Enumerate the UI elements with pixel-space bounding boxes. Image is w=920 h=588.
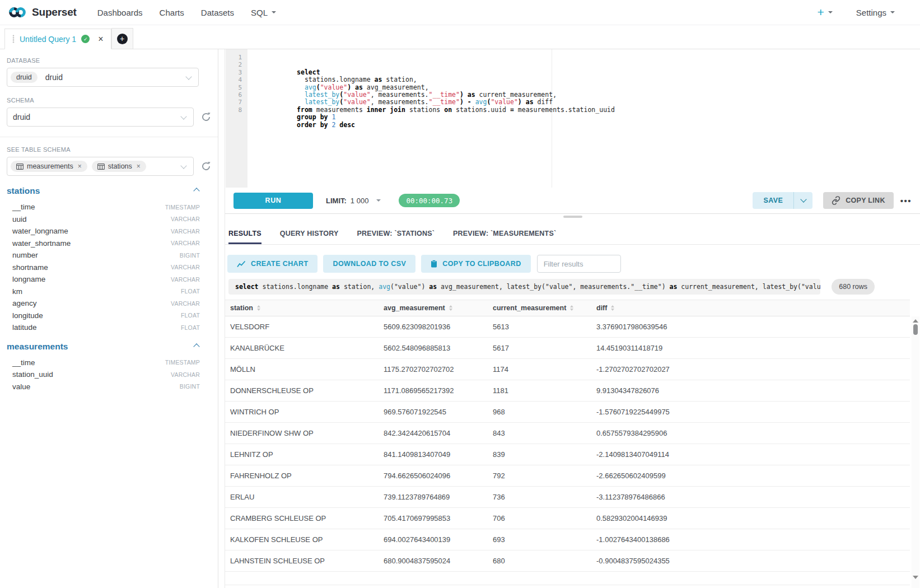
sort-icon[interactable] — [257, 305, 260, 311]
nav-item-dashboards[interactable]: Dashboards — [97, 8, 143, 17]
more-actions-button[interactable]: ••• — [899, 196, 913, 206]
query-preview-row: select stations.longname as station, avg… — [228, 279, 920, 295]
copy-to-clipboard-button[interactable]: COPY TO CLIPBOARD — [421, 255, 530, 273]
cell-avg-measurement: 1171.0869565217392 — [384, 386, 493, 395]
cell-station: CRAMBERG SCHLEUSE OP — [225, 514, 384, 522]
limit-value: 1 000 — [351, 197, 369, 205]
cell-current-measurement: 792 — [493, 472, 596, 480]
chart-icon — [237, 260, 246, 268]
tab-preview-stations[interactable]: PREVIEW: `STATIONS` — [357, 230, 435, 244]
cell-diff: 3.3769017980639546 — [596, 323, 910, 331]
schema-table-header[interactable]: stations — [7, 186, 211, 196]
remove-tag-icon[interactable]: × — [137, 162, 141, 170]
column-type: BIGINT — [180, 252, 200, 259]
schema-select[interactable]: druid — [7, 108, 194, 127]
table-tag-stations[interactable]: stations × — [92, 161, 146, 172]
chevron-up-icon[interactable] — [193, 188, 199, 194]
save-split-button: SAVE — [753, 192, 812, 209]
column-name: agency — [12, 299, 37, 307]
column-header-current-measurement[interactable]: current_measurement — [493, 304, 596, 312]
cell-avg-measurement: 680.9004837595024 — [384, 557, 493, 565]
splitter-handle-icon[interactable] — [563, 216, 582, 218]
scroll-down-icon[interactable] — [913, 576, 918, 579]
limit-dropdown[interactable]: LIMIT: 1 000 — [326, 197, 381, 205]
schema-column-list: __time TIMESTAMP station_uuid VARCHAR va… — [7, 357, 211, 393]
code-line: 1 select — [225, 54, 920, 61]
column-name: uuid — [12, 215, 27, 223]
line-number: 5 — [225, 84, 247, 91]
cell-avg-measurement: 5609.623098201936 — [384, 323, 493, 331]
cell-avg-measurement: 842.3424420615704 — [384, 429, 493, 437]
sort-icon[interactable] — [611, 305, 614, 311]
nav-item-charts[interactable]: Charts — [160, 8, 184, 17]
schema-table-header[interactable]: measurements — [7, 342, 211, 352]
cell-diff: -2.662650602409599 — [596, 472, 910, 480]
filter-results-input[interactable] — [537, 255, 621, 273]
column-type: FLOAT — [181, 312, 200, 319]
download-csv-button[interactable]: DOWNLOAD TO CSV — [323, 255, 415, 273]
plus-icon: + — [117, 34, 128, 44]
column-name: longitude — [12, 311, 43, 320]
column-header-diff[interactable]: diff — [596, 304, 910, 312]
table-row: KANALBRÜCKE 5602.548096885813 5617 14.45… — [225, 338, 910, 359]
code-line: 5 latest_by("value", measurements."__tim… — [225, 84, 920, 91]
query-tab-active[interactable]: Untitled Query 1 ✓ × — [4, 29, 111, 49]
schema-column-row: agency VARCHAR — [7, 297, 211, 310]
column-header-station[interactable]: station — [225, 304, 384, 312]
refresh-tables-icon[interactable] — [201, 161, 211, 171]
table-tag-measurements[interactable]: measurements × — [11, 161, 87, 172]
code-line: 4 latest_by("value", measurements."__tim… — [225, 76, 920, 83]
nav-item-sql[interactable]: SQL — [251, 8, 276, 17]
line-content: from measurements inner join stations on… — [247, 91, 615, 99]
chevron-up-icon[interactable] — [193, 343, 199, 349]
close-tab-icon[interactable]: × — [98, 35, 103, 44]
schema-label: SCHEMA — [7, 97, 211, 104]
cell-avg-measurement: 5602.548096885813 — [384, 344, 493, 352]
scrollbar-thumb[interactable] — [913, 324, 918, 335]
schema-column-row: __time TIMESTAMP — [7, 201, 211, 213]
schema-column-list: __time TIMESTAMP uuid VARCHAR water_long… — [7, 201, 211, 334]
code-line: 7 group by 1 — [225, 99, 920, 106]
tab-results[interactable]: RESULTS — [228, 230, 261, 244]
save-button[interactable]: SAVE — [753, 192, 793, 209]
save-dropdown-button[interactable] — [794, 192, 812, 209]
remove-tag-icon[interactable]: × — [78, 162, 82, 170]
database-value: druid — [45, 73, 63, 82]
cell-station: LEHNITZ OP — [225, 450, 384, 459]
sort-icon[interactable] — [570, 305, 573, 311]
database-select[interactable]: druid druid — [7, 68, 199, 87]
scroll-up-icon[interactable] — [913, 319, 918, 323]
new-item-button[interactable]: + — [818, 6, 833, 19]
settings-menu[interactable]: Settings — [856, 8, 895, 17]
column-name: station_uuid — [12, 370, 53, 379]
table-row: ERLAU 739.1123789764869 736 -3.112378976… — [225, 487, 910, 508]
create-chart-button[interactable]: CREATE CHART — [227, 255, 317, 273]
schema-column-row: water_longname VARCHAR — [7, 225, 211, 237]
table-row: VELSDORF 5609.623098201936 5613 3.376901… — [225, 316, 910, 338]
results-tab-bar: RESULTS QUERY HISTORY PREVIEW: `STATIONS… — [225, 218, 920, 245]
run-button[interactable]: RUN — [233, 193, 313, 209]
pane-splitter[interactable] — [225, 214, 920, 218]
schema-column-row: __time TIMESTAMP — [7, 357, 211, 369]
line-number: 2 — [225, 61, 247, 68]
superset-logo[interactable]: Superset — [8, 6, 77, 18]
schema-column-row: latitude FLOAT — [7, 321, 211, 334]
tab-query-history[interactable]: QUERY HISTORY — [280, 230, 339, 244]
table-schema-select[interactable]: measurements × stations × — [7, 157, 194, 176]
sql-editor[interactable]: 1 select 2 stations.longname as station, — [225, 49, 920, 188]
refresh-schema-icon[interactable] — [201, 112, 211, 122]
tab-preview-measurements[interactable]: PREVIEW: `MEASUREMENTS` — [453, 230, 556, 244]
top-nav: Superset Dashboards Charts Datasets SQL … — [0, 0, 920, 25]
sort-icon[interactable] — [449, 305, 452, 311]
cell-diff: -1.2702702702702027 — [596, 365, 910, 374]
executed-query-preview[interactable]: select stations.longname as station, avg… — [228, 279, 820, 295]
schema-column-row: km FLOAT — [7, 286, 211, 298]
add-query-tab-button[interactable]: + — [111, 28, 133, 49]
results-scrollbar[interactable] — [912, 316, 919, 588]
schema-column-row: number BIGINT — [7, 249, 211, 262]
copy-link-button[interactable]: COPY LINK — [823, 192, 894, 209]
results-table-body: VELSDORF 5609.623098201936 5613 3.376901… — [225, 316, 910, 572]
chevron-down-icon — [185, 73, 192, 80]
column-header-avg-measurement[interactable]: avg_measurement — [384, 304, 493, 312]
nav-item-datasets[interactable]: Datasets — [201, 8, 234, 17]
